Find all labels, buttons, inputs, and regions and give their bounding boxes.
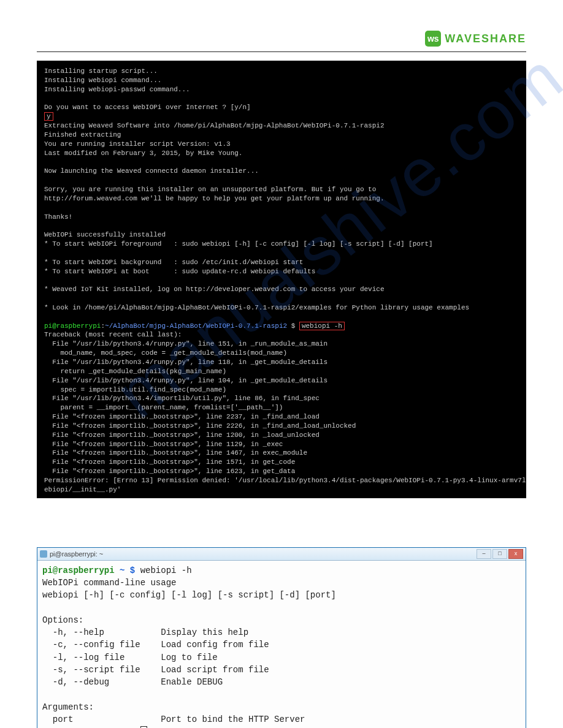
putty-icon bbox=[40, 550, 47, 558]
window-close-button[interactable]: x bbox=[508, 549, 523, 559]
brand-icon: ws bbox=[425, 31, 441, 47]
window-maximize-button[interactable]: □ bbox=[492, 549, 507, 559]
window-minimize-button[interactable]: – bbox=[477, 549, 491, 559]
divider bbox=[37, 51, 526, 52]
terminal-black: Installing startup script... Installing … bbox=[37, 61, 526, 498]
brand-bar: ws WAVESHARE bbox=[37, 31, 526, 47]
putty-body: pi@raspberrypi ~ $ webiopi -h WebIOPi co… bbox=[37, 561, 526, 728]
putty-window: pi@raspberrypi: ~ – □ x pi@raspberrypi ~… bbox=[37, 547, 526, 728]
putty-title-text: pi@raspberrypi: ~ bbox=[50, 550, 103, 558]
brand-logo: ws WAVESHARE bbox=[425, 31, 526, 47]
brand-name: WAVESHARE bbox=[445, 32, 526, 45]
putty-titlebar: pi@raspberrypi: ~ – □ x bbox=[37, 548, 526, 561]
